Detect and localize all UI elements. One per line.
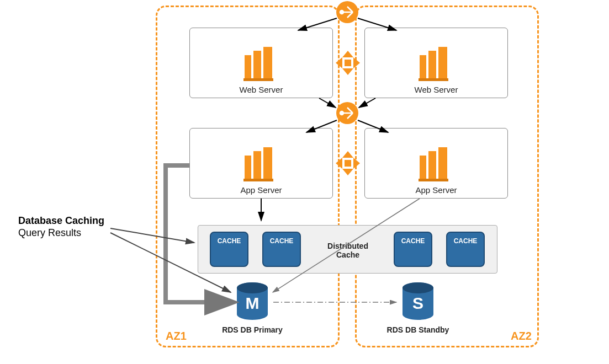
az1-label: AZ1 [166, 330, 187, 342]
svg-rect-12 [419, 78, 448, 81]
web-server-left-label: Web Server [240, 85, 283, 94]
svg-rect-24 [253, 151, 261, 180]
db-primary-icon: M [235, 281, 270, 321]
svg-marker-14 [342, 68, 353, 75]
ec2-icon [239, 44, 283, 83]
svg-rect-30 [419, 179, 448, 181]
web-server-right-label: Web Server [415, 85, 458, 94]
svg-rect-17 [345, 60, 351, 66]
az2-label: AZ2 [511, 330, 532, 342]
svg-rect-27 [420, 156, 426, 180]
cache-node-label: CACHE [218, 237, 241, 245]
cache-node-1: CACHE [210, 232, 248, 267]
svg-rect-29 [438, 147, 447, 180]
svg-point-39 [237, 282, 268, 293]
svg-rect-35 [345, 160, 351, 167]
web-server-left: Web Server [189, 28, 333, 98]
svg-rect-10 [428, 51, 436, 80]
web-server-right: Web Server [364, 28, 508, 98]
load-balancer-top-icon [335, 0, 359, 24]
svg-rect-6 [253, 51, 261, 80]
load-balancer-mid-icon [335, 101, 359, 125]
svg-marker-13 [342, 51, 353, 57]
cache-node-4: CACHE [446, 232, 485, 267]
callout-title: Database Caching [18, 215, 104, 227]
svg-marker-33 [336, 158, 342, 169]
app-server-right: App Server [364, 128, 508, 199]
svg-marker-15 [336, 57, 342, 68]
db-primary-letter: M [246, 294, 260, 312]
svg-point-22 [340, 111, 343, 115]
diagram-stage: AZ1 AZ2 Web Server [0, 0, 609, 364]
cache-node-label: CACHE [401, 237, 425, 245]
app-server-left-label: App Server [240, 185, 282, 195]
svg-marker-34 [353, 158, 360, 169]
ec2-icon [414, 44, 458, 83]
distributed-cache-label: Distributed Cache [320, 242, 375, 259]
svg-point-4 [340, 10, 343, 14]
svg-point-43 [403, 282, 433, 293]
peering-icon-mid [335, 150, 361, 176]
cache-node-label: CACHE [270, 237, 294, 245]
cache-node-3: CACHE [394, 232, 432, 267]
ec2-icon [239, 144, 283, 183]
svg-rect-11 [438, 47, 447, 80]
db-primary-label: RDS DB Primary [208, 325, 296, 334]
svg-rect-25 [263, 147, 272, 180]
db-standby-letter: S [412, 294, 423, 312]
svg-rect-28 [428, 151, 436, 180]
app-server-right-label: App Server [415, 185, 457, 195]
app-server-left: App Server [189, 128, 333, 199]
db-standby-icon: S [400, 281, 436, 321]
peering-icon-top [335, 50, 361, 76]
svg-rect-5 [245, 55, 251, 80]
db-standby-label: RDS DB Standby [374, 325, 462, 334]
svg-marker-16 [353, 57, 360, 68]
svg-rect-9 [420, 55, 426, 80]
svg-marker-32 [342, 169, 353, 175]
svg-rect-8 [243, 78, 273, 81]
svg-rect-26 [243, 179, 273, 181]
svg-rect-7 [263, 47, 272, 80]
ec2-icon [414, 144, 458, 183]
cache-node-2: CACHE [262, 232, 301, 267]
callout-subtitle: Query Results [18, 227, 81, 239]
svg-marker-31 [342, 151, 353, 158]
cache-node-label: CACHE [454, 237, 478, 245]
svg-rect-23 [245, 156, 251, 180]
